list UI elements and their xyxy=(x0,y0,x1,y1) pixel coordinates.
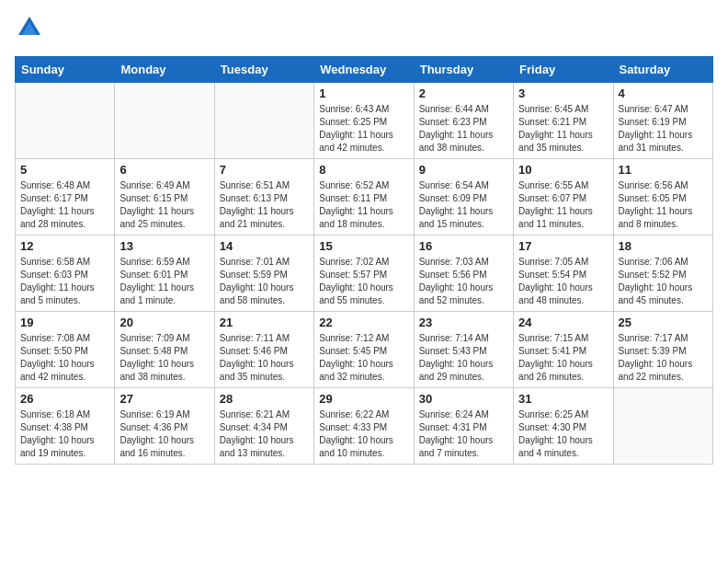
day-info: Sunrise: 7:02 AM Sunset: 5:57 PM Dayligh… xyxy=(319,256,408,307)
day-info: Sunrise: 6:44 AM Sunset: 6:23 PM Dayligh… xyxy=(419,103,508,155)
day-info: Sunrise: 7:14 AM Sunset: 5:43 PM Dayligh… xyxy=(419,332,508,384)
calendar-header-row: SundayMondayTuesdayWednesdayThursdayFrid… xyxy=(16,57,713,83)
calendar-cell: 3Sunrise: 6:45 AM Sunset: 6:21 PM Daylig… xyxy=(514,83,613,159)
day-number: 20 xyxy=(119,316,209,329)
calendar-cell: 26Sunrise: 6:18 AM Sunset: 4:38 PM Dayli… xyxy=(16,388,115,465)
day-info: Sunrise: 6:49 AM Sunset: 6:15 PM Dayligh… xyxy=(119,179,209,231)
calendar-cell: 25Sunrise: 7:17 AM Sunset: 5:39 PM Dayli… xyxy=(613,312,712,388)
day-number: 6 xyxy=(119,163,209,177)
calendar-cell: 4Sunrise: 6:47 AM Sunset: 6:19 PM Daylig… xyxy=(613,83,712,159)
day-number: 15 xyxy=(319,239,408,253)
day-info: Sunrise: 6:59 AM Sunset: 6:01 PM Dayligh… xyxy=(119,256,209,307)
day-info: Sunrise: 6:51 AM Sunset: 6:13 PM Dayligh… xyxy=(220,179,309,231)
calendar-cell: 2Sunrise: 6:44 AM Sunset: 6:23 PM Daylig… xyxy=(414,83,513,159)
calendar-week-5: 26Sunrise: 6:18 AM Sunset: 4:38 PM Dayli… xyxy=(16,388,713,465)
calendar-cell: 10Sunrise: 6:55 AM Sunset: 6:07 PM Dayli… xyxy=(514,159,613,236)
day-info: Sunrise: 6:24 AM Sunset: 4:31 PM Dayligh… xyxy=(419,408,508,460)
day-number: 31 xyxy=(518,392,608,406)
day-info: Sunrise: 6:52 AM Sunset: 6:11 PM Dayligh… xyxy=(319,179,408,231)
day-info: Sunrise: 7:03 AM Sunset: 5:56 PM Dayligh… xyxy=(419,256,508,307)
day-info: Sunrise: 6:25 AM Sunset: 4:30 PM Dayligh… xyxy=(518,408,608,460)
calendar-cell: 28Sunrise: 6:21 AM Sunset: 4:34 PM Dayli… xyxy=(214,388,313,465)
column-header-monday: Monday xyxy=(115,57,214,83)
calendar-cell: 7Sunrise: 6:51 AM Sunset: 6:13 PM Daylig… xyxy=(214,159,313,236)
column-header-sunday: Sunday xyxy=(16,57,115,83)
day-info: Sunrise: 6:18 AM Sunset: 4:38 PM Dayligh… xyxy=(20,408,109,460)
calendar-cell: 27Sunrise: 6:19 AM Sunset: 4:36 PM Dayli… xyxy=(115,388,214,465)
column-header-wednesday: Wednesday xyxy=(314,57,414,83)
calendar-cell: 22Sunrise: 7:12 AM Sunset: 5:45 PM Dayli… xyxy=(314,312,414,388)
calendar-cell xyxy=(115,83,214,159)
day-info: Sunrise: 7:12 AM Sunset: 5:45 PM Dayligh… xyxy=(319,332,408,384)
calendar-week-3: 12Sunrise: 6:58 AM Sunset: 6:03 PM Dayli… xyxy=(16,236,713,312)
day-number: 27 xyxy=(119,392,209,406)
day-number: 21 xyxy=(220,316,309,329)
calendar-cell: 9Sunrise: 6:54 AM Sunset: 6:09 PM Daylig… xyxy=(414,159,513,236)
day-info: Sunrise: 6:45 AM Sunset: 6:21 PM Dayligh… xyxy=(518,103,608,155)
day-info: Sunrise: 7:15 AM Sunset: 5:41 PM Dayligh… xyxy=(518,332,608,384)
day-info: Sunrise: 7:09 AM Sunset: 5:48 PM Dayligh… xyxy=(119,332,209,384)
day-number: 12 xyxy=(20,239,109,253)
calendar-table: SundayMondayTuesdayWednesdayThursdayFrid… xyxy=(15,56,713,465)
calendar-week-4: 19Sunrise: 7:08 AM Sunset: 5:50 PM Dayli… xyxy=(16,312,713,388)
calendar-week-1: 1Sunrise: 6:43 AM Sunset: 6:25 PM Daylig… xyxy=(16,83,713,159)
calendar-cell: 19Sunrise: 7:08 AM Sunset: 5:50 PM Dayli… xyxy=(16,312,115,388)
day-number: 3 xyxy=(518,86,608,100)
calendar-cell xyxy=(16,83,115,159)
calendar-cell: 5Sunrise: 6:48 AM Sunset: 6:17 PM Daylig… xyxy=(16,159,115,236)
day-number: 10 xyxy=(518,163,608,177)
day-info: Sunrise: 6:47 AM Sunset: 6:19 PM Dayligh… xyxy=(619,103,708,155)
day-number: 14 xyxy=(220,239,309,253)
calendar-cell: 23Sunrise: 7:14 AM Sunset: 5:43 PM Dayli… xyxy=(414,312,513,388)
calendar-week-2: 5Sunrise: 6:48 AM Sunset: 6:17 PM Daylig… xyxy=(16,159,713,236)
day-info: Sunrise: 7:11 AM Sunset: 5:46 PM Dayligh… xyxy=(220,332,309,384)
day-info: Sunrise: 6:48 AM Sunset: 6:17 PM Dayligh… xyxy=(20,179,109,231)
calendar-cell: 21Sunrise: 7:11 AM Sunset: 5:46 PM Dayli… xyxy=(214,312,313,388)
day-info: Sunrise: 6:19 AM Sunset: 4:36 PM Dayligh… xyxy=(119,408,209,460)
day-info: Sunrise: 6:54 AM Sunset: 6:09 PM Dayligh… xyxy=(419,179,508,231)
day-number: 17 xyxy=(518,239,608,253)
day-number: 13 xyxy=(119,239,209,253)
calendar-cell: 12Sunrise: 6:58 AM Sunset: 6:03 PM Dayli… xyxy=(16,236,115,312)
page-header xyxy=(15,15,713,45)
calendar-cell: 17Sunrise: 7:05 AM Sunset: 5:54 PM Dayli… xyxy=(514,236,613,312)
day-number: 25 xyxy=(619,316,708,329)
day-number: 29 xyxy=(319,392,408,406)
day-number: 22 xyxy=(319,316,408,329)
calendar-cell xyxy=(613,388,712,465)
day-number: 2 xyxy=(419,86,508,100)
calendar-cell: 8Sunrise: 6:52 AM Sunset: 6:11 PM Daylig… xyxy=(314,159,414,236)
day-number: 7 xyxy=(220,163,309,177)
day-info: Sunrise: 6:58 AM Sunset: 6:03 PM Dayligh… xyxy=(20,256,109,307)
day-info: Sunrise: 6:21 AM Sunset: 4:34 PM Dayligh… xyxy=(220,408,309,460)
day-number: 24 xyxy=(518,316,608,329)
day-info: Sunrise: 7:01 AM Sunset: 5:59 PM Dayligh… xyxy=(220,256,309,307)
logo xyxy=(15,15,42,45)
column-header-friday: Friday xyxy=(514,57,613,83)
day-number: 23 xyxy=(419,316,508,329)
calendar-cell: 29Sunrise: 6:22 AM Sunset: 4:33 PM Dayli… xyxy=(314,388,414,465)
day-info: Sunrise: 7:05 AM Sunset: 5:54 PM Dayligh… xyxy=(518,256,608,307)
day-number: 9 xyxy=(419,163,508,177)
day-number: 16 xyxy=(419,239,508,253)
day-number: 5 xyxy=(20,163,109,177)
day-number: 19 xyxy=(20,316,109,329)
day-info: Sunrise: 6:55 AM Sunset: 6:07 PM Dayligh… xyxy=(518,179,608,231)
calendar-cell: 30Sunrise: 6:24 AM Sunset: 4:31 PM Dayli… xyxy=(414,388,513,465)
calendar-cell: 31Sunrise: 6:25 AM Sunset: 4:30 PM Dayli… xyxy=(514,388,613,465)
logo-icon xyxy=(17,15,42,40)
calendar-cell: 15Sunrise: 7:02 AM Sunset: 5:57 PM Dayli… xyxy=(314,236,414,312)
day-number: 18 xyxy=(619,239,708,253)
calendar-cell: 13Sunrise: 6:59 AM Sunset: 6:01 PM Dayli… xyxy=(115,236,214,312)
calendar-cell: 24Sunrise: 7:15 AM Sunset: 5:41 PM Dayli… xyxy=(514,312,613,388)
day-number: 26 xyxy=(20,392,109,406)
day-number: 1 xyxy=(319,86,408,100)
day-number: 28 xyxy=(220,392,309,406)
calendar-cell xyxy=(214,83,313,159)
day-number: 4 xyxy=(619,86,708,100)
day-info: Sunrise: 6:22 AM Sunset: 4:33 PM Dayligh… xyxy=(319,408,408,460)
calendar-cell: 16Sunrise: 7:03 AM Sunset: 5:56 PM Dayli… xyxy=(414,236,513,312)
column-header-saturday: Saturday xyxy=(613,57,712,83)
day-info: Sunrise: 7:06 AM Sunset: 5:52 PM Dayligh… xyxy=(619,256,708,307)
day-info: Sunrise: 7:08 AM Sunset: 5:50 PM Dayligh… xyxy=(20,332,109,384)
